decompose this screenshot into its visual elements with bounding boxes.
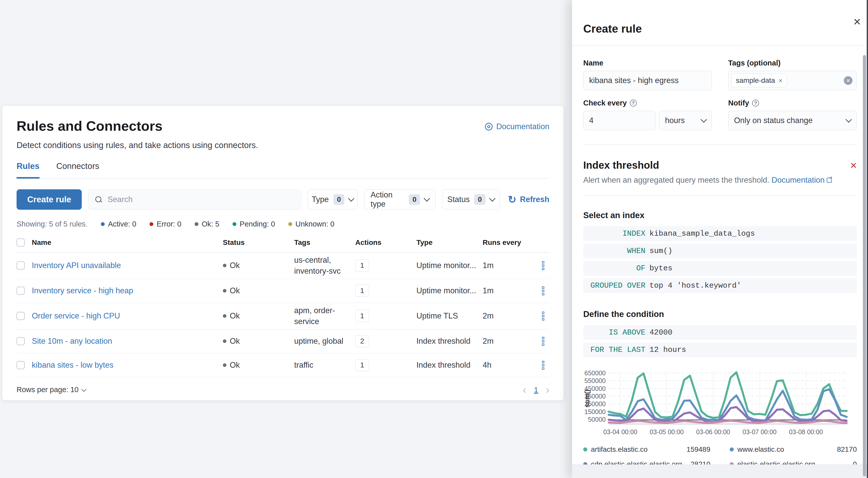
rule-name-link[interactable]: Inventory API unavailable <box>32 261 121 270</box>
row-checkbox[interactable] <box>17 312 25 320</box>
header-tags: Tags <box>294 238 355 247</box>
expression-value: 42000 <box>649 328 672 337</box>
row-checkbox[interactable] <box>17 337 25 345</box>
remove-tag-icon[interactable]: × <box>779 77 782 85</box>
expression-button[interactable]: IS ABOVE42000 <box>583 325 857 340</box>
search-input[interactable] <box>107 195 294 204</box>
documentation-link[interactable]: Documentation <box>485 122 549 131</box>
expression-button[interactable]: FOR THE LAST12 hours <box>583 342 857 357</box>
row-actions-menu-button[interactable] <box>540 310 546 322</box>
status-counts: Active: 0Error: 0Ok: 5Pending: 0Unknown:… <box>101 220 334 228</box>
refresh-button[interactable]: ↻ Refresh <box>508 195 549 204</box>
help-question-icon[interactable]: ? <box>752 100 759 107</box>
status-dot-icon <box>101 222 105 226</box>
expression-button[interactable]: INDEXkibana_sample_data_logs <box>583 226 857 241</box>
notify-select[interactable]: Only on status change <box>728 111 857 130</box>
tab-rules[interactable]: Rules <box>17 161 39 179</box>
create-rule-flyout: × Create rule Name Tags (optional) sampl… <box>572 0 868 478</box>
remove-rule-type-icon[interactable]: × <box>850 160 857 171</box>
rule-name-link[interactable]: Inventory service - high heap <box>32 286 133 295</box>
legend-item[interactable]: artifacts.elastic.co159489 <box>583 445 710 453</box>
expression-button[interactable]: OFbytes <box>583 261 857 276</box>
rule-name-input[interactable] <box>583 71 712 90</box>
condition-expression-group: IS ABOVE42000FOR THE LAST12 hours <box>583 325 857 357</box>
check-every-label: Check every <box>583 99 627 107</box>
legend-item[interactable]: www.elastic.co82170 <box>730 445 857 453</box>
row-checkbox[interactable] <box>17 287 25 295</box>
expression-keyword: INDEX <box>589 229 645 238</box>
tab-connectors[interactable]: Connectors <box>56 161 99 179</box>
chart-canvas: 03-04 00:0003-05 00:0003-06 00:0003-07 0… <box>583 366 857 442</box>
rule-type-description: Alert when an aggregated query meets the… <box>583 176 857 185</box>
header-actions: Actions <box>355 238 416 247</box>
documentation-label: Documentation <box>496 122 549 131</box>
rule-name-link[interactable]: Site 10m - any location <box>32 336 112 346</box>
action-type-filter-dropdown[interactable]: Action type 0 <box>364 189 436 210</box>
section-divider <box>583 196 857 196</box>
row-actions-menu-button[interactable] <box>540 285 546 297</box>
status-text: Ok <box>230 261 240 270</box>
rule-name-link[interactable]: Order service - high CPU <box>32 311 120 320</box>
help-question-icon[interactable]: ? <box>630 100 637 107</box>
clear-tags-icon[interactable]: × <box>844 76 852 85</box>
name-field-label: Name <box>583 59 712 67</box>
check-every-value-input[interactable] <box>583 111 655 130</box>
pagination-bar: Rows per page: 10 ‹ 1 › <box>17 385 549 395</box>
flyout-footer <box>572 465 868 478</box>
action-type-filter-count: 0 <box>409 194 420 205</box>
status-dot-icon <box>223 314 226 318</box>
select-all-checkbox[interactable] <box>17 238 25 247</box>
rules-table: Name Status Tags Actions Type Runs every… <box>17 236 549 377</box>
legend-series-value: 82170 <box>837 445 857 453</box>
row-actions-menu-button[interactable] <box>540 260 546 272</box>
legend-series-value: 159489 <box>687 445 710 453</box>
rule-runs-every: 1m <box>483 286 534 295</box>
actions-count-badge: 1 <box>355 285 369 297</box>
flyout-header: Create rule <box>572 0 868 46</box>
status-count-label: Active: 0 <box>108 220 136 228</box>
status-filter-dropdown[interactable]: Status 0 <box>442 189 500 210</box>
page-number-1[interactable]: 1 <box>534 386 538 394</box>
svg-text:650000: 650000 <box>585 369 606 377</box>
row-actions-menu-button[interactable] <box>540 335 546 347</box>
rule-status: Ok <box>223 336 294 346</box>
expression-button[interactable]: WHENsum() <box>583 244 857 258</box>
table-row: Site 10m - any locationOkuptime, global2… <box>17 329 549 353</box>
status-count-item: Active: 0 <box>101 220 136 228</box>
svg-text:50000: 50000 <box>588 416 606 423</box>
rule-tags: uptime, global <box>294 335 355 347</box>
close-icon[interactable]: × <box>854 15 861 28</box>
rule-status: Ok <box>223 311 294 321</box>
status-count-item: Pending: 0 <box>232 220 275 228</box>
expression-value: top 4 'host.keyword' <box>649 281 741 290</box>
rows-per-page-dropdown[interactable]: Rows per page: 10 <box>17 386 86 394</box>
create-rule-button[interactable]: Create rule <box>17 189 82 210</box>
row-checkbox[interactable] <box>17 361 25 369</box>
row-actions-menu-button[interactable] <box>540 359 546 371</box>
svg-text:03-07 00:00: 03-07 00:00 <box>743 428 777 436</box>
next-page-button[interactable]: › <box>546 385 549 395</box>
prev-page-button[interactable]: ‹ <box>523 385 526 395</box>
type-filter-count: 0 <box>333 194 345 205</box>
external-link-icon <box>827 177 832 183</box>
status-count-item: Unknown: 0 <box>288 220 334 228</box>
expression-value: bytes <box>649 264 672 273</box>
notify-label: Notify <box>728 99 749 107</box>
rule-name-link[interactable]: kibana sites - low bytes <box>32 361 113 369</box>
expression-keyword: GROUPED OVER <box>589 281 645 290</box>
page-title: Rules and Connectors <box>17 118 162 134</box>
search-box <box>88 189 301 210</box>
flyout-scrollbar[interactable] <box>863 55 866 476</box>
rule-type-doc-link[interactable]: Documentation <box>772 176 825 184</box>
tags-input[interactable]: sample-data × × <box>728 71 857 90</box>
expression-button[interactable]: GROUPED OVERtop 4 'host.keyword' <box>583 278 857 293</box>
type-filter-dropdown[interactable]: Type 0 <box>308 189 358 210</box>
check-every-unit-select[interactable]: hours <box>659 111 712 130</box>
flyout-title: Create rule <box>583 23 857 35</box>
header-name: Name <box>32 238 223 247</box>
svg-text:03-06 00:00: 03-06 00:00 <box>696 428 730 436</box>
status-filter-count: 0 <box>474 194 486 205</box>
status-text: Ok <box>230 286 240 295</box>
row-checkbox[interactable] <box>17 262 25 270</box>
rule-tags: us-central, inventory-svc <box>294 255 355 277</box>
